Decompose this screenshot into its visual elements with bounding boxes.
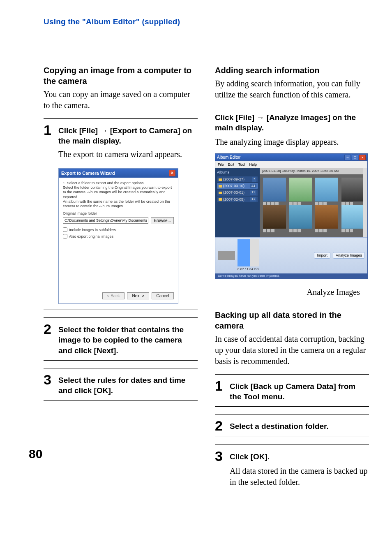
sidebar-item[interactable]: (2007-03-01)11 — [217, 190, 258, 195]
step-title: Click [Back up Camera Data] from the Too… — [230, 381, 369, 402]
menu-bar: File Edit Tool Help — [215, 161, 367, 168]
divider — [44, 317, 198, 318]
wizard-folder-label: Original image folder — [63, 211, 174, 216]
thumbnail[interactable] — [263, 178, 286, 201]
pointer-label: Analyze Images — [215, 287, 360, 298]
maximize-icon[interactable]: □ — [352, 155, 358, 160]
heading-copying: Copying an image from a computer to the … — [44, 65, 198, 86]
menu-file[interactable]: File — [218, 162, 224, 167]
step-2: 2 Select the folder that contains the im… — [44, 322, 198, 356]
chk-subfolders-box[interactable] — [63, 227, 67, 232]
step-title: Select a destination folder. — [230, 421, 329, 432]
heading-search: Adding search information — [215, 65, 369, 76]
step-3: 3 Select the rules for dates and time an… — [44, 373, 198, 396]
thumbnail[interactable] — [341, 205, 364, 229]
wizard-instruction: 1. Select a folder to export and the exp… — [63, 181, 174, 209]
thumbnail[interactable] — [315, 205, 338, 229]
divider — [44, 400, 198, 401]
capacity-text: 0.07 / 1.84 GB — [238, 267, 259, 272]
thumbnail[interactable] — [263, 205, 286, 229]
intro-backup: In case of accidental data corruption, b… — [215, 333, 369, 367]
sidebar-item[interactable]: (2007-09-27)7 — [217, 176, 258, 182]
scrollbar[interactable] — [363, 168, 367, 237]
sidebar: Albums (2007-09-27)7 (2007-03-10)23 (200… — [215, 168, 260, 237]
thumbnail[interactable] — [315, 178, 338, 201]
divider — [215, 445, 369, 445]
heading-backup: Backing up all data stored in the camera — [215, 310, 369, 331]
backup-step-1: 1 Click [Back up Camera Data] from the T… — [215, 379, 369, 402]
divider — [215, 406, 369, 407]
pointer-line — [326, 281, 326, 287]
analyze-step-title: Click [File] → [Analyze Images] on the m… — [215, 112, 369, 133]
divider — [44, 368, 198, 368]
menu-help[interactable]: Help — [249, 162, 257, 167]
intro-search: By adding search information, you can fu… — [215, 78, 369, 100]
close-icon[interactable]: × — [359, 155, 366, 160]
capacity-thumb — [218, 251, 235, 260]
minimize-icon[interactable]: – — [344, 155, 351, 160]
backup-step-3-body: All data stored in the camera is backed … — [230, 465, 369, 488]
step-1: 1 Click [File] → [Export to Camera] on t… — [44, 123, 198, 146]
step-title: Click [File] → [Export to Camera] on the… — [58, 125, 198, 146]
thumbnail[interactable] — [341, 178, 364, 201]
step-number: 1 — [44, 123, 54, 137]
step-number: 3 — [44, 373, 54, 387]
running-head: Using the "Album Editor" (supplied) — [44, 16, 369, 27]
sidebar-item[interactable]: (2007-03-10)23 — [217, 183, 258, 189]
backup-step-3: 3 Click [OK]. — [215, 449, 369, 463]
analyze-button[interactable]: Analyze Images — [333, 252, 365, 259]
thumbnail[interactable] — [289, 205, 312, 229]
divider — [215, 374, 369, 375]
divider — [215, 108, 369, 108]
next-button[interactable]: Next > — [127, 292, 149, 299]
album-path: [2007-03-10] Saturday, March 10, 2007 11… — [260, 168, 367, 174]
chk-originals[interactable]: Also export original images — [63, 234, 174, 239]
close-icon[interactable]: × — [169, 170, 175, 176]
browse-button[interactable]: Browse... — [151, 217, 174, 224]
divider — [215, 414, 369, 414]
export-wizard: Export to Camera Wizard × 1. Select a fo… — [58, 168, 178, 304]
step-title: Select the folder that contains the imag… — [58, 324, 198, 356]
divider — [44, 118, 198, 119]
right-column: Adding search information By adding sear… — [215, 65, 369, 500]
menu-edit[interactable]: Edit — [228, 162, 235, 167]
step-number: 2 — [215, 419, 226, 433]
step-number: 2 — [44, 322, 54, 336]
step-1-body: The export to camera wizard appears. — [58, 149, 198, 160]
menu-tool[interactable]: Tool — [238, 162, 245, 167]
back-button: < Back — [102, 292, 125, 299]
app-title: Album Editor — [217, 155, 240, 160]
status-bar: Some images have not yet been imported. — [215, 273, 367, 279]
album-editor-app: Album Editor – □ × File Edit Tool Help A… — [215, 153, 368, 279]
wizard-title: Export to Camera Wizard — [61, 170, 115, 176]
divider — [215, 492, 369, 492]
step-title: Select the rules for dates and time and … — [58, 375, 198, 396]
chk-originals-box[interactable] — [63, 234, 67, 238]
import-button[interactable]: Import — [314, 252, 330, 259]
thumbnail[interactable] — [289, 178, 312, 201]
page-number: 80 — [29, 446, 198, 463]
divider — [44, 310, 198, 310]
content-area: [2007-03-10] Saturday, March 10, 2007 11… — [260, 168, 367, 237]
step-number: 1 — [215, 379, 226, 393]
sidebar-item[interactable]: (2007-02-05)11 — [217, 197, 258, 202]
cancel-button[interactable]: Cancel — [152, 292, 174, 299]
divider — [215, 437, 369, 437]
analyze-step-body: The analyzing image display appears. — [215, 137, 369, 148]
sidebar-header: Albums — [217, 170, 258, 175]
step-number: 3 — [215, 449, 226, 463]
backup-step-2: 2 Select a destination folder. — [215, 419, 369, 433]
divider — [215, 302, 369, 302]
intro-copying: You can copy an image saved on a compute… — [44, 89, 198, 111]
left-column: Copying an image from a computer to the … — [44, 65, 198, 500]
divider — [44, 360, 198, 361]
wizard-path-input[interactable] — [63, 217, 148, 224]
chk-subfolders[interactable]: Include images in subfolders — [63, 227, 174, 232]
capacity-bar — [238, 239, 259, 266]
step-title: Click [OK]. — [230, 451, 270, 462]
